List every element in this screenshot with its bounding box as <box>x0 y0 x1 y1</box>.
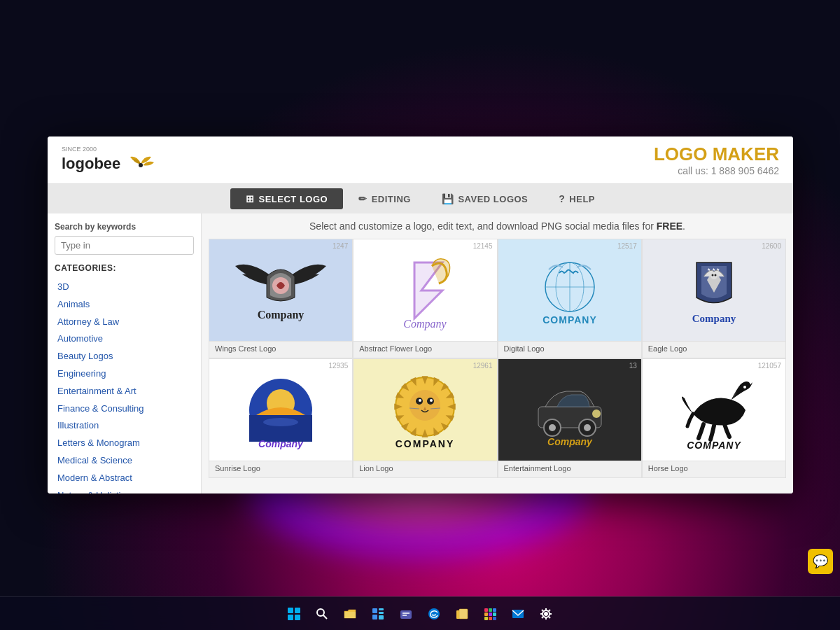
category-item[interactable]: Illustration <box>55 417 194 435</box>
app-nav: ⊞ SELECT LOGO ✏ EDITING 💾 SAVED LOGOS ? … <box>48 184 793 214</box>
category-item[interactable]: Entertainment & Art <box>55 383 194 400</box>
svg-point-19 <box>263 418 298 426</box>
mail-icon <box>512 608 524 620</box>
categories-list: 3DAnimalsAttorney & LawAutomotiveBeauty … <box>55 279 194 493</box>
svg-rect-62 <box>484 617 488 620</box>
grid-icon: ⊞ <box>246 193 255 204</box>
svg-point-11 <box>710 272 718 279</box>
svg-rect-43 <box>295 615 300 620</box>
edit-icon: ✏ <box>358 193 368 204</box>
category-item[interactable]: Letters & Monogram <box>55 435 194 452</box>
logo-maker-title: LOGO MAKER <box>654 144 779 165</box>
logo-card-label: Entertainment Logo <box>498 461 641 477</box>
category-item[interactable]: Attorney & Law <box>55 314 194 331</box>
svg-rect-63 <box>489 617 492 620</box>
nav-editing[interactable]: ✏ EDITING <box>343 188 426 209</box>
logo-area: SINCE 2000 logobee <box>62 146 158 175</box>
logo-card[interactable]: 12935 Company Sunrise Logo <box>209 358 353 478</box>
folder-icon <box>344 608 356 620</box>
taskbar-explorer[interactable] <box>449 601 475 626</box>
svg-text:Company: Company <box>258 438 304 449</box>
free-text: Select and customize a logo, edit text, … <box>209 220 786 232</box>
svg-text:Company: Company <box>404 318 447 330</box>
logo-card[interactable]: 121057 COMPANY Horse Log <box>642 358 786 478</box>
search-input[interactable] <box>55 236 194 255</box>
search-icon <box>316 608 328 620</box>
svg-text:Company: Company <box>692 313 736 324</box>
svg-point-12 <box>711 274 713 276</box>
svg-rect-55 <box>459 609 468 619</box>
logo-card-image: Company <box>209 239 352 341</box>
logo-card-label: Eagle Logo <box>643 341 785 358</box>
logo-card[interactable]: 1247 Company Wings Crest Logo <box>209 239 353 358</box>
taskbar <box>0 596 840 630</box>
nav-saved-logos[interactable]: 💾 SAVED LOGOS <box>426 188 543 209</box>
taskbar-teams[interactable] <box>393 601 419 626</box>
taskbar-widgets[interactable] <box>365 601 391 626</box>
windows-icon <box>288 608 300 620</box>
logo-text: logobee <box>62 155 120 173</box>
settings-icon <box>540 608 552 620</box>
taskbar-start[interactable] <box>281 601 307 626</box>
category-item[interactable]: Animals <box>55 296 194 314</box>
logo-card-image: Company <box>354 239 496 341</box>
svg-point-35 <box>584 424 591 431</box>
svg-rect-61 <box>493 612 496 616</box>
logo-card-image: Company <box>498 359 641 461</box>
svg-rect-56 <box>484 608 488 612</box>
logo-card-image: COMPANY <box>498 239 641 341</box>
taskbar-search[interactable] <box>309 601 335 626</box>
logo-card-number: 12961 <box>473 362 493 370</box>
category-item[interactable]: Nature & Holistic <box>55 487 194 493</box>
app-content: Search by keywords CATEGORIES: 3DAnimals… <box>48 214 793 493</box>
svg-rect-57 <box>489 608 492 612</box>
svg-rect-52 <box>400 610 412 619</box>
category-item[interactable]: Engineering <box>55 365 194 383</box>
teams-icon <box>400 608 412 620</box>
taskbar-settings[interactable] <box>533 601 559 626</box>
logo-card[interactable]: 12145 Company Abstract Flower Logo <box>353 239 497 358</box>
logo-card-number: 121057 <box>758 362 781 370</box>
svg-rect-50 <box>372 615 377 620</box>
category-item[interactable]: Modern & Abstract <box>55 470 194 487</box>
nav-select-logo[interactable]: ⊞ SELECT LOGO <box>230 188 343 209</box>
svg-point-34 <box>549 424 556 431</box>
widgets-icon <box>372 608 384 620</box>
taskbar-files[interactable] <box>337 601 363 626</box>
svg-point-26 <box>419 399 421 402</box>
category-item[interactable]: Automotive <box>55 330 194 348</box>
svg-rect-40 <box>288 608 293 613</box>
logo-card[interactable]: 12600 ★ ★ ★ Company Eagle Logo <box>642 239 786 358</box>
chat-icon: 💬 <box>813 554 828 569</box>
search-label: Search by keywords <box>55 222 194 232</box>
logo-card-number: 12600 <box>762 242 781 250</box>
taskbar-apps[interactable] <box>477 601 503 626</box>
svg-rect-65 <box>512 610 524 618</box>
taskbar-mail[interactable] <box>505 601 531 626</box>
logo-card[interactable]: 13 Company Entertainment Logo <box>498 358 642 478</box>
app-window: SINCE 2000 logobee LOGO M <box>48 136 793 493</box>
category-item[interactable]: Finance & Consulting <box>55 400 194 418</box>
taskbar-edge[interactable] <box>421 601 447 626</box>
nav-help[interactable]: ? HELP <box>543 188 610 209</box>
svg-rect-60 <box>489 612 492 616</box>
svg-rect-64 <box>493 617 496 620</box>
logo-card[interactable]: 12517 COMPANY Digital Logo <box>498 239 642 358</box>
call-us: call us: 1 888 905 6462 <box>654 165 779 176</box>
logo-card-number: 12145 <box>473 242 493 250</box>
svg-point-23 <box>410 390 440 421</box>
chat-button[interactable]: 💬 <box>808 549 833 574</box>
svg-rect-42 <box>288 615 293 620</box>
logo-card-image: Company <box>209 359 352 461</box>
logo-card[interactable]: 12961 COMPANY Lion Logo <box>353 358 497 478</box>
category-item[interactable]: Medical & Science <box>55 452 194 470</box>
logo-card-number: 12935 <box>328 362 348 370</box>
category-item[interactable]: 3D <box>55 279 194 296</box>
app-header: SINCE 2000 logobee LOGO M <box>48 136 793 184</box>
svg-text:COMPANY: COMPANY <box>396 438 455 449</box>
svg-line-45 <box>323 615 327 619</box>
svg-rect-58 <box>493 608 496 612</box>
svg-rect-48 <box>379 608 384 610</box>
category-item[interactable]: Beauty Logos <box>55 348 194 365</box>
categories-label: CATEGORIES: <box>55 263 194 273</box>
